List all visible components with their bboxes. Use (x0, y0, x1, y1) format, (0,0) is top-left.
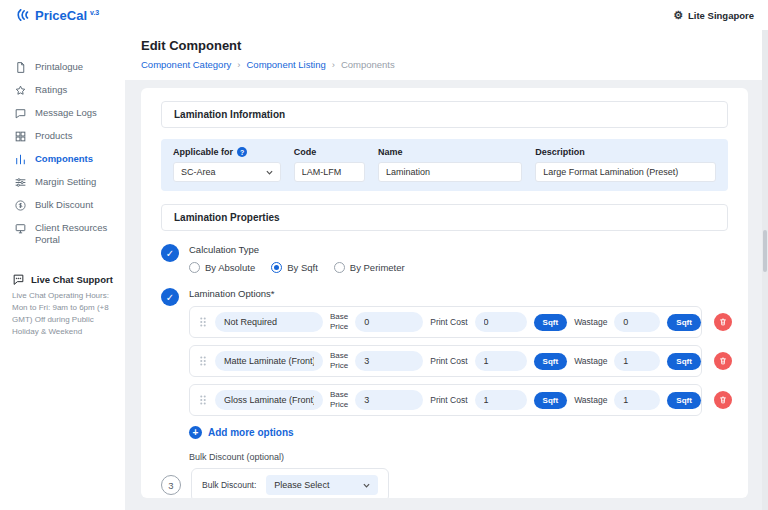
sidebar-item-printalogue[interactable]: Printalogue (0, 56, 125, 79)
print-cost-input[interactable] (475, 312, 527, 332)
print-cost-unit-button[interactable]: Sqft (534, 314, 568, 331)
description-label: Description (535, 147, 716, 157)
drag-handle-icon[interactable] (198, 316, 208, 328)
chat-bubble-icon (14, 107, 27, 120)
base-price-input[interactable] (355, 312, 423, 332)
breadcrumb-component-category[interactable]: Component Category (141, 59, 231, 70)
bulk-discount-select[interactable]: Please Select (266, 475, 378, 495)
sidebar-item-client-resources-portal[interactable]: Client Resources Portal (0, 217, 125, 251)
wastage-unit-button[interactable]: Sqft (667, 353, 701, 370)
delete-option-button[interactable] (714, 352, 732, 370)
gear-icon: ⚙ (673, 10, 683, 21)
component-info-band: Applicable for ? SC-Area Code (161, 139, 728, 191)
sidebar-item-label: Ratings (35, 84, 67, 96)
code-field: Code (294, 147, 365, 182)
trash-icon (718, 317, 728, 327)
wastage-input[interactable] (614, 390, 660, 410)
lamination-properties-header: Lamination Properties (161, 204, 728, 231)
option-row: Base Price Print Cost Sqft Wastage Sqft (189, 306, 732, 338)
breadcrumb-component-listing[interactable]: Component Listing (246, 59, 325, 70)
edit-component-card: Lamination Information Applicable for ? … (141, 88, 748, 498)
sidebar-item-label: Margin Setting (35, 176, 96, 188)
wastage-input[interactable] (614, 312, 660, 332)
wastage-unit-button[interactable]: Sqft (667, 314, 701, 331)
drag-handle-icon[interactable] (198, 394, 208, 406)
sidebar: Printalogue Ratings Message Logs Product… (0, 30, 125, 510)
description-input[interactable] (535, 162, 716, 182)
check-circle-icon: ✓ (161, 288, 179, 306)
code-label: Code (294, 147, 365, 157)
breadcrumb-separator: › (237, 59, 240, 70)
applicable-for-field: Applicable for ? SC-Area (173, 147, 281, 182)
region-selector[interactable]: ⚙ Lite Singapore (673, 10, 754, 21)
sidebar-item-message-logs[interactable]: Message Logs (0, 102, 125, 125)
wastage-unit-button[interactable]: Sqft (667, 392, 701, 409)
bulk-discount-value: Please Select (274, 480, 329, 490)
code-input[interactable] (294, 162, 365, 182)
option-name-input[interactable] (215, 390, 323, 410)
sidebar-item-label: Message Logs (35, 107, 97, 119)
add-more-options-button[interactable]: + Add more options (189, 426, 732, 439)
sidebar-item-products[interactable]: Products (0, 125, 125, 148)
radio-by-perimeter[interactable]: By Perimeter (334, 262, 405, 273)
applicable-for-select[interactable]: SC-Area (173, 162, 281, 182)
option-row: Base Price Print Cost Sqft Wastage Sqft (189, 345, 732, 377)
brand-version: v.3 (90, 9, 99, 16)
applicable-for-label: Applicable for (173, 147, 233, 157)
sidebar-item-label: Client Resources Portal (35, 222, 119, 246)
live-chat-icon (12, 273, 25, 286)
monitor-icon (14, 222, 27, 235)
page-header: Edit Component Component Category › Comp… (125, 30, 768, 80)
option-name-input[interactable] (215, 351, 323, 371)
components-icon (14, 153, 27, 166)
lamination-options-block: ✓ Lamination Options* Base Price (161, 288, 728, 439)
sidebar-item-margin-setting[interactable]: Margin Setting (0, 171, 125, 194)
print-cost-input[interactable] (475, 390, 527, 410)
radio-icon (334, 262, 345, 273)
radio-by-sqft[interactable]: By Sqft (271, 262, 318, 273)
region-label: Lite Singapore (688, 10, 754, 21)
check-circle-icon: ✓ (161, 244, 179, 262)
main-area: Edit Component Component Category › Comp… (125, 30, 768, 510)
delete-option-button[interactable] (714, 313, 732, 331)
base-price-label: Base Price (330, 312, 348, 331)
calculation-type-label: Calculation Type (189, 244, 405, 255)
lamination-options-label: Lamination Options* (189, 288, 732, 299)
brand-name: PriceCal (35, 8, 87, 23)
name-input[interactable] (378, 162, 522, 182)
wastage-input[interactable] (614, 351, 660, 371)
sidebar-item-ratings[interactable]: Ratings (0, 79, 125, 102)
wastage-label: Wastage (574, 356, 607, 366)
bulk-discount-label: Bulk Discount: (202, 480, 256, 490)
grid-icon (14, 130, 27, 143)
base-price-input[interactable] (355, 390, 423, 410)
live-chat-header: Live Chat Support (12, 273, 117, 286)
print-cost-input[interactable] (475, 351, 527, 371)
wastage-label: Wastage (574, 317, 607, 327)
radio-by-absolute[interactable]: By Absolute (189, 262, 255, 273)
scrollbar-thumb[interactable] (763, 230, 767, 272)
option-name-input[interactable] (215, 312, 323, 332)
chevron-down-icon (266, 170, 273, 175)
print-cost-label: Print Cost (430, 356, 467, 366)
name-label: Name (378, 147, 522, 157)
content-area: Lamination Information Applicable for ? … (125, 80, 768, 510)
info-icon[interactable]: ? (237, 147, 247, 157)
print-cost-unit-button[interactable]: Sqft (534, 392, 568, 409)
base-price-label: Base Price (330, 351, 348, 370)
app-window: PriceCalv.3 ⚙ Lite Singapore Printalogue… (0, 0, 768, 510)
base-price-input[interactable] (355, 351, 423, 371)
radio-selected-icon (271, 262, 282, 273)
trash-icon (718, 356, 728, 366)
calculation-type-radios: By Absolute By Sqft By Perimeter (189, 262, 405, 273)
breadcrumb-separator: › (332, 59, 335, 70)
print-cost-unit-button[interactable]: Sqft (534, 353, 568, 370)
brand-logo[interactable]: PriceCalv.3 (14, 6, 99, 24)
sidebar-item-components[interactable]: Components (0, 148, 125, 171)
delete-option-button[interactable] (714, 391, 732, 409)
live-chat-support: Live Chat Support Live Chat Operating Ho… (0, 273, 125, 338)
sidebar-item-bulk-discount[interactable]: Bulk Discount (0, 194, 125, 217)
applicable-for-value: SC-Area (181, 167, 216, 177)
drag-handle-icon[interactable] (198, 355, 208, 367)
print-cost-label: Print Cost (430, 395, 467, 405)
